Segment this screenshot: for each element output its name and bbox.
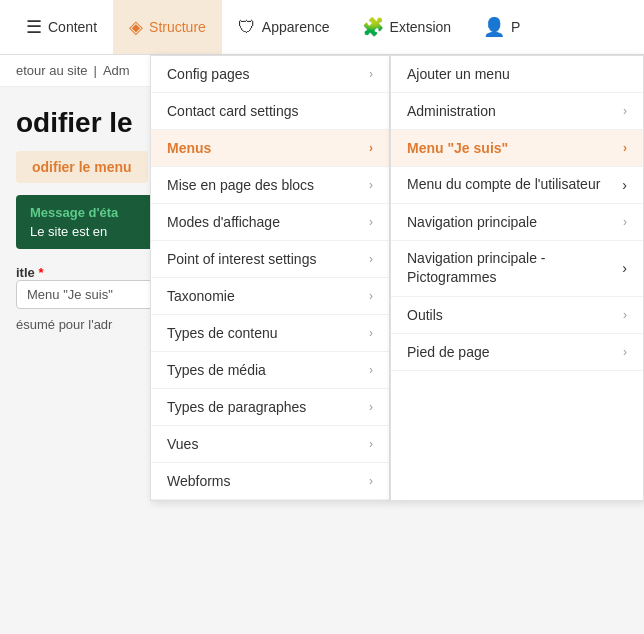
chevron-right-icon-para: › [369, 400, 373, 414]
chevron-right-icon-admin: › [623, 104, 627, 118]
breadcrumb-separator: | [94, 63, 97, 78]
menu-item-config-pages[interactable]: Config pages › [151, 56, 389, 93]
dropdown-container: Config pages › Contact card settings Men… [150, 55, 644, 501]
breadcrumb-admin: Adm [103, 63, 130, 78]
menu-item-navigation-picto[interactable]: Navigation principale - Pictogrammes › [391, 241, 643, 297]
navigation-picto-text: Navigation principale - Pictogrammes [407, 249, 622, 288]
menu-item-outils[interactable]: Outils › [391, 297, 643, 334]
required-marker: * [38, 265, 43, 280]
dropdown-level1: Config pages › Contact card settings Men… [150, 55, 390, 501]
menu-item-types-paragraphes[interactable]: Types de paragraphes › [151, 389, 389, 426]
structure-icon: ◈ [129, 16, 143, 38]
menu-item-types-contenu[interactable]: Types de contenu › [151, 315, 389, 352]
chevron-right-icon-compte: › [622, 177, 627, 193]
chevron-right-icon-pied: › [623, 345, 627, 359]
chevron-right-icon-vues: › [369, 437, 373, 451]
menu-item-administration[interactable]: Administration › [391, 93, 643, 130]
profile-icon: 👤 [483, 16, 505, 38]
menu-item-vues[interactable]: Vues › [151, 426, 389, 463]
chevron-right-icon-picto: › [622, 260, 627, 276]
chevron-right-icon-menus: › [369, 141, 373, 155]
menu-item-types-media[interactable]: Types de média › [151, 352, 389, 389]
chevron-right-icon: › [369, 67, 373, 81]
menu-item-mise-en-page[interactable]: Mise en page des blocs › [151, 167, 389, 204]
chevron-right-icon-nav: › [623, 215, 627, 229]
nav-structure-label: Structure [149, 19, 206, 35]
chevron-right-icon-media: › [369, 363, 373, 377]
menu-item-taxonomie[interactable]: Taxonomie › [151, 278, 389, 315]
nav-apparence[interactable]: 🛡 Apparence [222, 0, 346, 54]
menu-item-webforms[interactable]: Webforms › [151, 463, 389, 500]
menu-item-je-suis[interactable]: Menu "Je suis" › [391, 130, 643, 167]
extension-icon: 🧩 [362, 16, 384, 38]
menu-item-pied-de-page[interactable]: Pied de page › [391, 334, 643, 371]
nav-content-label: Content [48, 19, 97, 35]
menu-item-navigation-principale[interactable]: Navigation principale › [391, 204, 643, 241]
chevron-right-icon-poi: › [369, 252, 373, 266]
edit-menu-button[interactable]: odifier le menu [16, 151, 148, 183]
form-title-input[interactable] [16, 280, 156, 309]
nav-profile[interactable]: 👤 P [467, 0, 536, 54]
nav-structure[interactable]: ◈ Structure [113, 0, 222, 54]
chevron-right-icon-mise: › [369, 178, 373, 192]
apparence-icon: 🛡 [238, 17, 256, 38]
menu-item-modes-affichage[interactable]: Modes d'affichage › [151, 204, 389, 241]
breadcrumb-back[interactable]: etour au site [16, 63, 88, 78]
nav-profile-label: P [511, 19, 520, 35]
compte-utilisateur-text: Menu du compte de l'utilisateur [407, 175, 600, 195]
menu-item-point-of-interest[interactable]: Point of interest settings › [151, 241, 389, 278]
nav-apparence-label: Apparence [262, 19, 330, 35]
content-icon: ☰ [26, 16, 42, 38]
menu-item-menus[interactable]: Menus › [151, 130, 389, 167]
chevron-right-icon-taxo: › [369, 289, 373, 303]
chevron-right-icon-types: › [369, 326, 373, 340]
menu-item-contact-card[interactable]: Contact card settings [151, 93, 389, 130]
nav-content[interactable]: ☰ Content [10, 0, 113, 54]
chevron-right-icon-outils: › [623, 308, 627, 322]
chevron-right-icon-je-suis: › [623, 141, 627, 155]
nav-extension[interactable]: 🧩 Extension [346, 0, 467, 54]
nav-extension-label: Extension [390, 19, 451, 35]
top-navigation: ☰ Content ◈ Structure 🛡 Apparence 🧩 Exte… [0, 0, 644, 55]
chevron-right-icon-modes: › [369, 215, 373, 229]
dropdown-level2: Ajouter un menu Administration › Menu "J… [390, 55, 644, 501]
chevron-right-icon-web: › [369, 474, 373, 488]
menu-item-compte-utilisateur[interactable]: Menu du compte de l'utilisateur › [391, 167, 643, 204]
menu-item-ajouter-menu[interactable]: Ajouter un menu [391, 56, 643, 93]
